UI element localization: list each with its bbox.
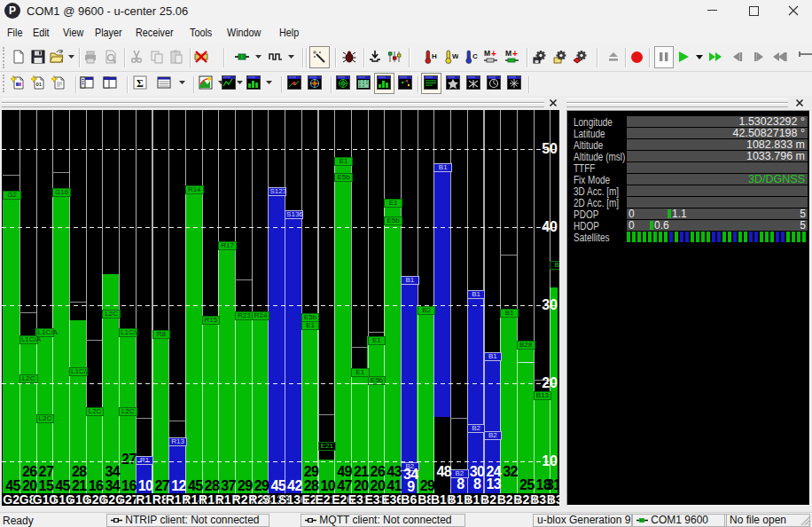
svg-text:W: W <box>452 52 458 60</box>
svg-text:Σ: Σ <box>137 77 144 90</box>
svg-text:+: + <box>512 50 518 59</box>
svg-text:C: C <box>472 52 478 60</box>
svg-text:M: M <box>505 50 511 58</box>
svg-text:H: H <box>432 52 437 60</box>
svg-text:01: 01 <box>36 82 43 87</box>
svg-text:+: + <box>491 50 496 59</box>
svg-text:M: M <box>484 50 490 58</box>
